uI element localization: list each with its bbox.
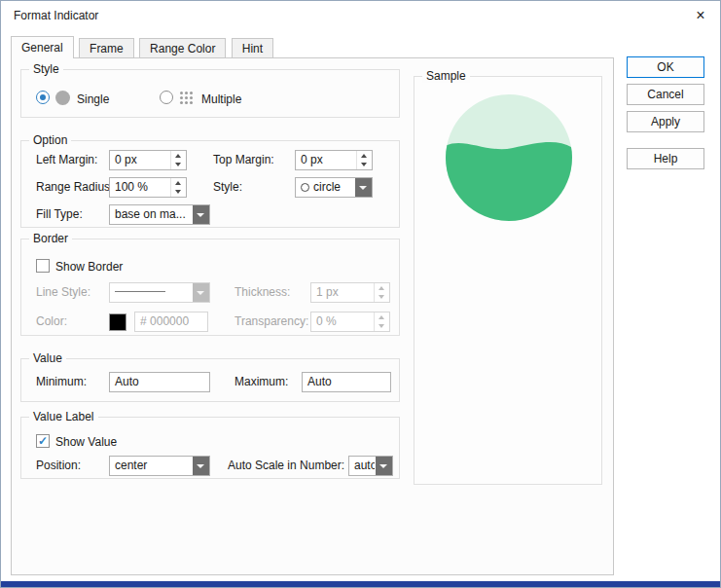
left-margin-spinner[interactable]: 0 px (109, 150, 187, 170)
left-margin-value[interactable]: 0 px (115, 151, 137, 169)
close-icon: × (696, 7, 704, 23)
dropdown-arrow-icon (193, 283, 209, 302)
top-margin-spinner[interactable]: 0 px (295, 150, 373, 170)
auto-scale-combo[interactable]: auto (348, 456, 393, 476)
position-value[interactable]: center (115, 457, 192, 475)
cancel-button[interactable]: Cancel (627, 84, 704, 105)
show-border-checkbox[interactable] (36, 259, 50, 273)
style-group: Style Single Multiple (20, 69, 400, 118)
window-title: Format Indicator (14, 9, 98, 22)
fill-type-combo[interactable]: base on ma... (109, 204, 210, 225)
ok-button[interactable]: OK (627, 56, 704, 78)
maximum-label: Maximum: (234, 375, 288, 388)
tab-bar: General Frame Range Color Hint (11, 36, 275, 58)
single-circle-icon (55, 91, 70, 105)
position-label: Position: (36, 459, 81, 472)
shape-style-combo[interactable]: circle (295, 177, 373, 198)
spin-up-icon[interactable] (171, 151, 186, 161)
top-margin-label: Top Margin: (213, 153, 274, 166)
sample-indicator-preview (445, 93, 573, 222)
border-group-legend: Border (29, 232, 72, 245)
border-color-swatch (109, 313, 126, 331)
show-value-checkbox[interactable] (36, 434, 50, 448)
format-indicator-dialog: Format Indicator × General Frame Range C… (0, 0, 721, 588)
position-combo[interactable]: center (109, 456, 210, 476)
transparency-spinner: 0 % (310, 312, 390, 332)
apply-button[interactable]: Apply (627, 111, 704, 132)
fill-type-label: Fill Type: (36, 207, 83, 221)
transparency-label: Transparency: (234, 314, 308, 328)
border-group: Border Show Border Line Style: Thickness… (20, 239, 400, 336)
titlebar: Format Indicator × (1, 1, 720, 30)
spin-up-icon[interactable] (171, 178, 186, 188)
spin-down-icon[interactable] (171, 188, 186, 198)
minimum-label: Minimum: (36, 375, 87, 388)
multiple-radio[interactable] (160, 91, 173, 104)
sample-group-legend: Sample (422, 69, 470, 83)
dropdown-arrow-icon[interactable] (376, 457, 392, 475)
tab-frame[interactable]: Frame (79, 38, 134, 58)
window-bottom-edge (1, 581, 720, 587)
border-color-hex-field: # 000000 (134, 312, 208, 332)
spin-up-icon (375, 312, 389, 322)
sample-group: Sample (414, 76, 602, 485)
option-group-legend: Option (29, 133, 71, 147)
spin-up-icon[interactable] (357, 151, 372, 161)
dropdown-arrow-icon[interactable] (193, 205, 209, 224)
spin-down-icon[interactable] (357, 161, 372, 170)
value-group: Value Minimum: Auto Maximum: Auto (20, 358, 400, 402)
border-color-label: Color: (36, 314, 67, 328)
solid-line-icon (115, 291, 165, 292)
left-margin-label: Left Margin: (36, 153, 97, 166)
hex-value: 000000 (150, 314, 189, 328)
dropdown-arrow-icon[interactable] (193, 457, 209, 475)
show-border-label[interactable]: Show Border (55, 260, 123, 274)
shape-style-value[interactable]: circle (301, 178, 354, 197)
hex-prefix: # (140, 314, 147, 328)
spin-down-icon (375, 322, 389, 332)
help-button[interactable]: Help (627, 148, 704, 169)
range-radius-value[interactable]: 100 % (115, 178, 148, 197)
show-value-label[interactable]: Show Value (55, 435, 117, 449)
transparency-value: 0 % (316, 312, 337, 331)
spin-down-icon (375, 293, 389, 303)
value-label-group-legend: Value Label (29, 410, 98, 423)
thickness-value: 1 px (316, 283, 339, 302)
auto-scale-value[interactable]: auto (354, 457, 375, 475)
range-radius-spinner[interactable]: 100 % (109, 177, 187, 198)
multiple-radio-label[interactable]: Multiple (201, 92, 241, 106)
spin-up-icon (375, 283, 389, 293)
multiple-grid-icon (180, 92, 194, 105)
tab-general[interactable]: General (11, 36, 74, 58)
value-label-group: Value Label Show Value Position: center … (20, 417, 400, 479)
spinner-arrows (356, 151, 372, 169)
close-button[interactable]: × (682, 2, 719, 29)
style-group-legend: Style (29, 62, 63, 76)
line-style-value (115, 283, 192, 302)
line-style-label: Line Style: (36, 285, 90, 299)
shape-style-label: Style: (213, 180, 242, 194)
spinner-arrows (374, 312, 389, 331)
thickness-label: Thickness: (234, 285, 290, 299)
circle-shape-icon (301, 183, 309, 192)
option-group: Option Left Margin: 0 px Top Margin: 0 p… (20, 140, 400, 228)
fill-type-value[interactable]: base on ma... (115, 205, 192, 224)
spinner-arrows (170, 178, 186, 197)
maximum-input[interactable]: Auto (302, 372, 391, 392)
sample-fill-wave (445, 142, 573, 222)
single-radio-label[interactable]: Single (77, 92, 109, 106)
dropdown-arrow-icon[interactable] (355, 178, 372, 197)
spinner-arrows (374, 283, 389, 302)
spinner-arrows (170, 151, 186, 169)
spin-down-icon[interactable] (171, 161, 186, 170)
line-style-combo (109, 282, 210, 303)
top-margin-value[interactable]: 0 px (301, 151, 323, 169)
auto-scale-label: Auto Scale in Number: (228, 459, 344, 472)
range-radius-label: Range Radius: (36, 180, 113, 194)
tab-range-color[interactable]: Range Color (139, 38, 226, 58)
tab-hint[interactable]: Hint (232, 38, 273, 58)
value-group-legend: Value (29, 351, 66, 365)
single-radio[interactable] (36, 91, 50, 104)
general-tab-panel: Style Single Multiple Option Left Margin… (11, 57, 614, 575)
minimum-input[interactable]: Auto (109, 372, 210, 392)
